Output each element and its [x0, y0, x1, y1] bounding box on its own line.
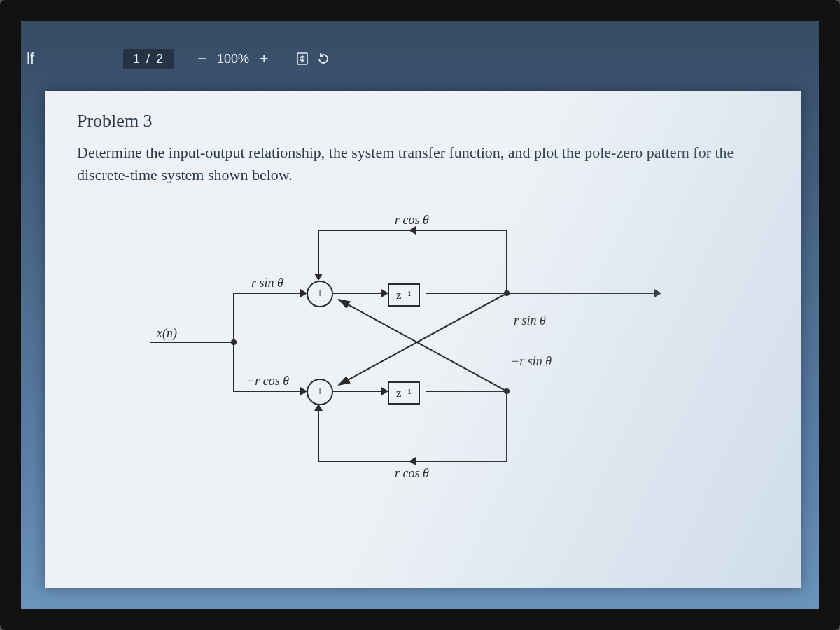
document-page: Problem 3 Determine the input-output rel…	[45, 91, 801, 588]
rotate-button[interactable]	[313, 48, 334, 69]
viewer-toolbar: lf 1 / 2 − 100% +	[21, 41, 819, 77]
svg-line-1	[339, 293, 507, 385]
toolbar-separator	[183, 51, 183, 66]
problem-statement: Determine the input-output relationship,…	[77, 141, 769, 186]
page-navigation: 1 / 2	[123, 49, 174, 69]
document-title-fragment: lf	[27, 50, 60, 68]
pdf-viewer-screen: lf 1 / 2 − 100% + Problem 3 D	[0, 0, 840, 630]
page-indicator[interactable]: 1 / 2	[123, 49, 174, 69]
fit-page-button[interactable]	[292, 48, 313, 69]
svg-line-2	[339, 300, 507, 391]
zoom-level[interactable]: 100%	[213, 52, 253, 66]
rotate-icon	[316, 52, 330, 66]
minus-icon: −	[197, 49, 207, 69]
toolbar-separator	[283, 51, 284, 66]
cross-coupling-wires	[136, 202, 710, 503]
zoom-in-button[interactable]: +	[253, 48, 274, 69]
block-diagram: x(n) r sin θ −r cos θ + + z⁻¹ z⁻¹	[136, 202, 710, 503]
cross-top-label: r sin θ	[514, 314, 546, 328]
plus-icon: +	[260, 50, 269, 68]
output-wire	[507, 293, 661, 294]
fit-page-icon	[295, 52, 309, 66]
cross-bottom-label: −r sin θ	[511, 354, 552, 369]
zoom-out-button[interactable]: −	[192, 48, 213, 69]
problem-heading: Problem 3	[77, 111, 769, 132]
